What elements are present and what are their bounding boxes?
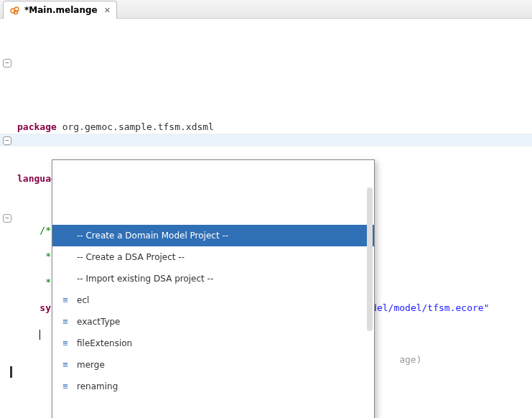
proposal-item[interactable]: ≣ecl [52,289,374,311]
fold-icon[interactable] [3,136,11,145]
proposal-label: merge [77,358,105,371]
template-icon [60,273,71,284]
property-icon: ≣ [60,316,71,328]
proposal-label: -- Create a Domain Model Project -- [77,229,228,242]
text-caret [39,330,40,340]
proposal-label: -- Import existing DSA project -- [77,272,213,285]
proposal-item[interactable]: -- Create a Domain Model Project -- [52,225,374,246]
proposal-item[interactable]: ≣exactType [52,311,374,333]
keyword: package [17,121,57,132]
property-icon: ≣ [60,294,71,306]
proposal-label: exactType [77,315,121,328]
close-icon[interactable]: ✕ [101,6,111,15]
proposal-label: renaming [77,380,118,393]
melange-file-icon [9,4,21,16]
proposal-item[interactable]: -- Create a DSA Project -- [52,246,374,268]
comment: /* [39,225,51,236]
proposal-item[interactable]: ≣merge [52,354,374,376]
proposal-list: -- Create a Domain Model Project ---- Cr… [52,186,374,401]
tab-title: *Main.melange [24,5,98,15]
proposal-label: fileExtension [77,337,132,350]
proposal-item[interactable]: -- Import existing DSA project -- [52,268,374,289]
template-icon [60,230,71,241]
code-editor[interactable]: package org.gemoc.sample.tfsm.xdsml lang… [0,19,532,418]
current-line-highlight [0,134,532,147]
property-icon: ≣ [60,359,71,371]
content-assist-popup: -- Create a Domain Model Project ---- Cr… [52,159,375,418]
proposal-item[interactable]: ≣fileExtension [52,333,374,354]
template-icon [60,251,71,263]
scrollbar[interactable] [367,187,373,331]
gutter [0,30,13,418]
change-marker [10,366,12,378]
proposal-label: -- Create a DSA Project -- [77,251,185,264]
proposal-item[interactable]: ≣resource [52,397,374,401]
property-icon: ≣ [60,381,71,392]
tab-bar: *Main.melange ✕ [0,0,532,19]
editor-tab[interactable]: *Main.melange ✕ [3,1,117,19]
fold-icon[interactable] [3,214,11,223]
package-name: org.gemoc.sample.tfsm.xdsml [62,121,214,132]
hint-text: age) [399,354,421,365]
proposal-item[interactable]: ≣renaming [52,376,374,397]
fold-icon[interactable] [3,59,11,68]
proposal-label: ecl [77,294,89,307]
property-icon: ≣ [60,338,71,349]
